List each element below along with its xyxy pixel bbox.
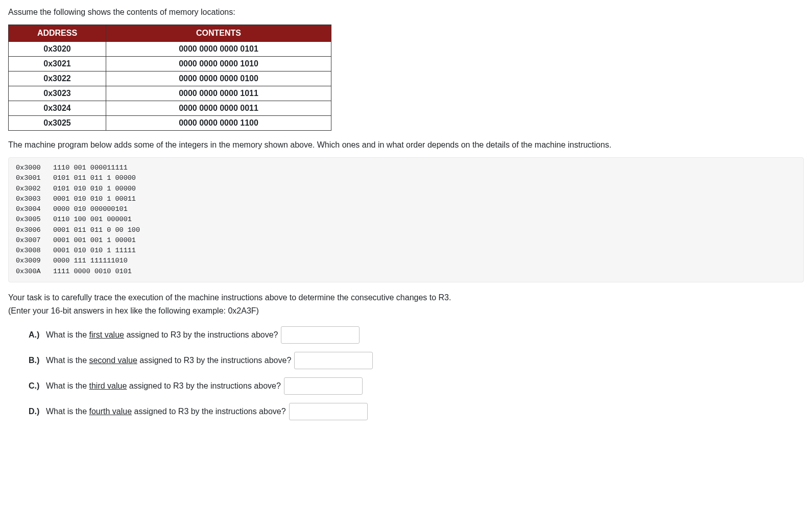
- q-label-a: A.): [29, 329, 42, 341]
- question-c: C.) What is the third value assigned to …: [29, 377, 804, 395]
- table-row: 0x3021 0000 0000 0000 1010: [9, 57, 331, 71]
- cell-address: 0x3025: [9, 116, 106, 131]
- cell-address: 0x3022: [9, 71, 106, 86]
- q-text-c: What is the third value assigned to R3 b…: [46, 380, 281, 392]
- table-row: 0x3020 0000 0000 0000 0101: [9, 42, 331, 57]
- cell-address: 0x3020: [9, 42, 106, 57]
- q-text-b: What is the second value assigned to R3 …: [46, 354, 291, 367]
- answer-input-c[interactable]: [284, 377, 363, 395]
- q-label-b: B.): [29, 354, 42, 367]
- cell-contents: 0000 0000 0000 0101: [106, 42, 331, 57]
- header-contents: CONTENTS: [106, 25, 331, 42]
- table-row: 0x3022 0000 0000 0000 0100: [9, 71, 331, 86]
- cell-address: 0x3023: [9, 86, 106, 101]
- intro-text: Assume the following shows the contents …: [8, 6, 804, 18]
- cell-address: 0x3021: [9, 57, 106, 71]
- hint-text: (Enter your 16-bit answers in hex like t…: [8, 305, 804, 317]
- machine-code-block: 0x3000 1110 001 000011111 0x3001 0101 01…: [8, 157, 804, 282]
- memory-table: ADDRESS CONTENTS 0x3020 0000 0000 0000 0…: [8, 25, 331, 131]
- answer-input-b[interactable]: [294, 352, 373, 369]
- table-row: 0x3023 0000 0000 0000 1011: [9, 86, 331, 101]
- header-address: ADDRESS: [9, 25, 106, 42]
- question-b: B.) What is the second value assigned to…: [29, 352, 804, 369]
- questions-container: A.) What is the first value assigned to …: [8, 326, 804, 420]
- cell-contents: 0000 0000 0000 0011: [106, 101, 331, 116]
- q-text-d: What is the fourth value assigned to R3 …: [46, 405, 286, 418]
- q-label-d: D.): [29, 405, 42, 418]
- table-row: 0x3024 0000 0000 0000 0011: [9, 101, 331, 116]
- cell-contents: 0000 0000 0000 1010: [106, 57, 331, 71]
- answer-input-d[interactable]: [289, 403, 368, 420]
- table-header-row: ADDRESS CONTENTS: [9, 25, 331, 42]
- task-text: Your task is to carefully trace the exec…: [8, 292, 804, 304]
- table-row: 0x3025 0000 0000 0000 1100: [9, 116, 331, 131]
- program-description: The machine program below adds some of t…: [8, 139, 804, 151]
- cell-address: 0x3024: [9, 101, 106, 116]
- cell-contents: 0000 0000 0000 1011: [106, 86, 331, 101]
- answer-input-a[interactable]: [281, 326, 360, 344]
- question-a: A.) What is the first value assigned to …: [29, 326, 804, 344]
- cell-contents: 0000 0000 0000 1100: [106, 116, 331, 131]
- question-d: D.) What is the fourth value assigned to…: [29, 403, 804, 420]
- q-label-c: C.): [29, 380, 42, 392]
- q-text-a: What is the first value assigned to R3 b…: [46, 329, 278, 341]
- cell-contents: 0000 0000 0000 0100: [106, 71, 331, 86]
